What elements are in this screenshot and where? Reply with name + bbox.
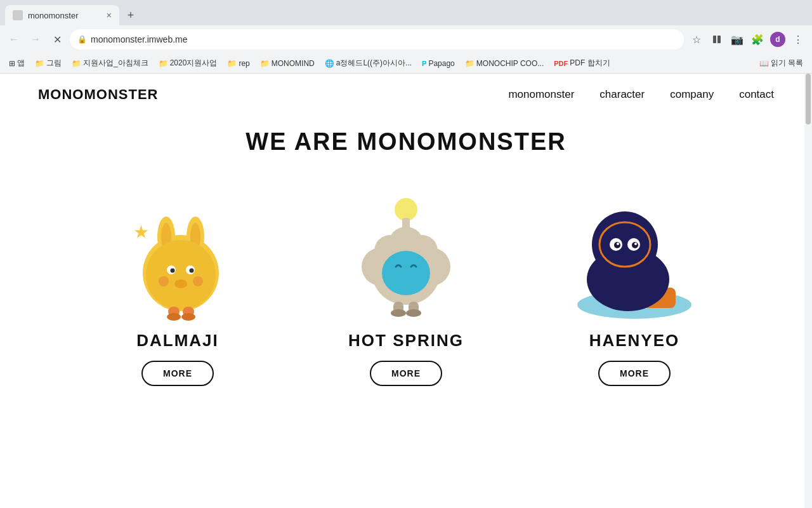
dalmaji-illustration: ★: [102, 181, 254, 321]
folder-icon: 📁: [465, 59, 475, 68]
new-tab-button[interactable]: +: [122, 6, 140, 24]
bookmark-apps[interactable]: ⊞ 앱: [5, 57, 29, 70]
reload-button[interactable]: ✕: [48, 30, 66, 48]
lock-icon: 🔒: [77, 35, 87, 44]
svg-point-20: [395, 198, 417, 221]
character-name-dalmaji: DALMAJI: [136, 331, 219, 351]
papago-icon: P: [422, 60, 426, 67]
site-logo[interactable]: MONOMONSTER: [38, 86, 158, 103]
svg-point-32: [406, 309, 421, 317]
profile-avatar[interactable]: d: [769, 30, 787, 48]
active-tab[interactable]: monomonster ×: [5, 5, 119, 25]
url-text: monomonster.imweb.me: [91, 34, 188, 44]
svg-rect-1: [717, 36, 721, 43]
back-button[interactable]: ←: [5, 30, 23, 48]
character-card-dalmaji: ★: [89, 181, 266, 386]
globe-icon: 🌐: [325, 59, 334, 68]
folder-icon: 📁: [227, 59, 237, 68]
svg-rect-0: [713, 36, 716, 43]
more-button-hotspring[interactable]: MORE: [370, 361, 442, 386]
nav-monomonster[interactable]: monomonster: [508, 88, 574, 101]
bookmark-pdf[interactable]: PDF PDF 합치기: [550, 57, 613, 70]
apps-icon: ⊞: [9, 59, 15, 68]
character-card-hotspring: HOT SPRING MORE: [317, 181, 495, 386]
svg-point-42: [617, 243, 619, 245]
more-button-haenyeo[interactable]: MORE: [598, 361, 671, 386]
bookmark-monomind[interactable]: 📁 MONOMIND: [256, 58, 318, 69]
browser-chrome: monomonster × + ← → ✕ 🔒 monomonster.imwe…: [0, 0, 812, 74]
haenyeo-illustration: [558, 181, 710, 321]
bookmark-support2020[interactable]: 📁 2020지원사업: [155, 57, 221, 70]
website-content: MONOMONSTER monomonster character compan…: [0, 74, 812, 480]
avatar-icon: d: [770, 32, 785, 47]
extensions-button[interactable]: 🧩: [749, 30, 766, 48]
toolbar-icons: ☆ 📷 🧩 d ⋮: [688, 30, 807, 48]
toolbar: ← → ✕ 🔒 monomonster.imweb.me ☆ 📷 🧩 d ⋮: [0, 25, 812, 53]
folder-icon: 📁: [72, 59, 81, 68]
character-name-hotspring: HOT SPRING: [348, 331, 464, 351]
svg-point-43: [634, 243, 637, 245]
svg-point-11: [171, 269, 175, 273]
tab-close-button[interactable]: ×: [107, 10, 112, 20]
bookmark-rep[interactable]: 📁 rep: [223, 58, 253, 69]
site-nav-links: monomonster character company contact: [508, 88, 774, 101]
nav-company[interactable]: company: [670, 88, 714, 101]
svg-point-19: [181, 313, 195, 321]
tab-title: monomonster: [28, 11, 78, 20]
svg-point-28: [382, 251, 430, 295]
svg-point-15: [174, 279, 187, 288]
bookmark-monochip[interactable]: 📁 MONOCHIP COO...: [461, 58, 547, 69]
character-name-haenyeo: HAENYEO: [589, 331, 680, 351]
menu-button[interactable]: ⋮: [789, 30, 807, 48]
nav-character[interactable]: character: [599, 88, 645, 101]
more-button-dalmaji[interactable]: MORE: [141, 361, 214, 386]
bookmark-papago[interactable]: P Papago: [418, 58, 459, 69]
pdf-icon: PDF: [554, 60, 568, 67]
reading-mode-button[interactable]: [708, 30, 726, 48]
site-nav: MONOMONSTER monomonster character compan…: [0, 74, 812, 116]
folder-icon: 📁: [35, 59, 44, 68]
reading-list-icon: 📖: [759, 59, 769, 68]
forward-button[interactable]: →: [27, 30, 44, 48]
bookmark-picture[interactable]: 📁 그림: [31, 57, 65, 70]
tab-bar: monomonster × +: [0, 0, 812, 25]
scrollbar-thumb[interactable]: [806, 74, 811, 124]
svg-point-8: [146, 240, 216, 310]
bookmarks-bar: ⊞ 앱 📁 그림 📁 지원사업_아침체크 📁 2020지원사업 📁 rep 📁 …: [0, 53, 812, 74]
screenshot-button[interactable]: 📷: [728, 30, 746, 48]
bookmark-asia[interactable]: 🌐 a정헤드L((주)아시아...: [321, 57, 416, 70]
reading-list-button[interactable]: 📖 읽기 목록: [756, 57, 807, 70]
character-card-haenyeo: HAENYEO MORE: [546, 181, 723, 386]
svg-point-13: [159, 276, 169, 286]
svg-point-18: [167, 313, 181, 321]
svg-point-31: [391, 309, 406, 317]
hotspring-illustration: [330, 181, 482, 321]
folder-icon: 📁: [260, 59, 270, 68]
bookmark-star-button[interactable]: ☆: [688, 30, 705, 48]
svg-text:★: ★: [133, 222, 149, 242]
characters-grid: ★: [0, 181, 812, 386]
folder-icon: 📁: [159, 59, 168, 68]
nav-contact[interactable]: contact: [739, 88, 774, 101]
tab-favicon: [13, 10, 23, 20]
hero-title: WE ARE MONOMONSTER: [0, 128, 812, 156]
svg-point-12: [190, 269, 194, 273]
svg-point-14: [193, 276, 203, 286]
bookmark-support[interactable]: 📁 지원사업_아침체크: [68, 57, 152, 70]
address-bar[interactable]: 🔒 monomonster.imweb.me: [70, 29, 684, 50]
scrollbar-track: [804, 74, 812, 480]
